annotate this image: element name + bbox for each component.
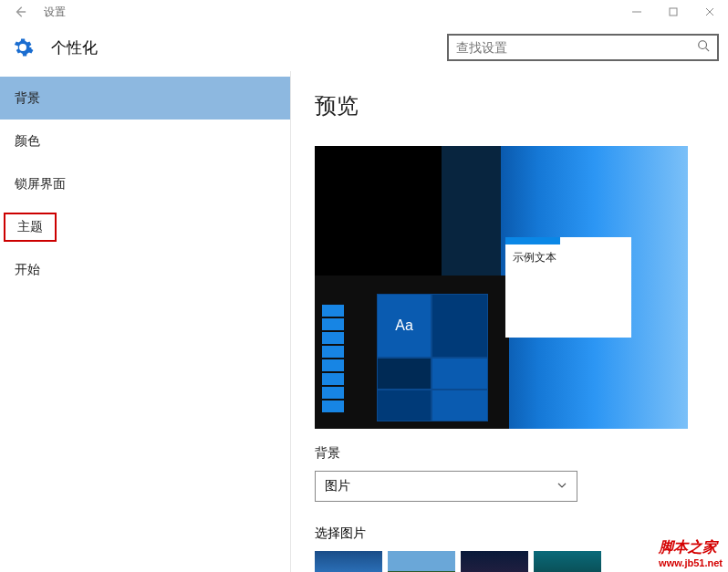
- watermark-text: 脚本之家: [659, 539, 717, 555]
- background-label: 背景: [315, 445, 728, 462]
- sidebar-label: 开始: [15, 262, 40, 278]
- close-button[interactable]: [692, 0, 728, 24]
- close-icon: [705, 7, 714, 16]
- sidebar-item-themes[interactable]: 主题: [4, 213, 57, 242]
- sidebar-item-start[interactable]: 开始: [0, 248, 290, 291]
- preview-tile: [432, 358, 488, 390]
- minimize-icon: [632, 7, 641, 16]
- combo-value: 图片: [325, 478, 350, 494]
- picture-thumbnail[interactable]: [388, 551, 455, 572]
- preview-title: 预览: [315, 91, 728, 120]
- search-input[interactable]: [456, 40, 697, 55]
- arrow-left-icon: [14, 5, 26, 18]
- content: 预览 Aa 示例文本 背景 图片 选择图片: [290, 71, 728, 572]
- preview-tile: [377, 390, 432, 421]
- search-box[interactable]: [447, 34, 719, 61]
- sidebar-item-colors[interactable]: 颜色: [0, 120, 290, 162]
- chevron-down-icon: [556, 479, 567, 494]
- picture-thumbnail[interactable]: [461, 551, 528, 572]
- preview-window-titlebar: [505, 237, 560, 244]
- gear-icon: [11, 36, 35, 59]
- window-controls: [619, 0, 728, 24]
- window-title: 设置: [44, 5, 66, 20]
- sidebar-label: 主题: [17, 219, 43, 235]
- sidebar-label: 锁屏界面: [15, 176, 66, 192]
- preview-tile: [377, 358, 432, 390]
- watermark-url: www.jb51.net: [659, 557, 723, 568]
- watermark: 脚本之家 www.jb51.net: [659, 538, 723, 568]
- preview-tile: [432, 294, 488, 358]
- picture-thumbnail[interactable]: [534, 551, 601, 572]
- search-icon: [697, 39, 710, 56]
- picture-thumbnail[interactable]: [315, 551, 382, 572]
- sidebar-item-background[interactable]: 背景: [0, 77, 290, 120]
- sidebar-label: 颜色: [15, 133, 40, 150]
- preview-tiles: Aa: [377, 294, 488, 421]
- titlebar: 设置: [0, 0, 728, 24]
- sidebar-label: 背景: [15, 90, 40, 107]
- maximize-icon: [669, 7, 678, 16]
- preview-tile: Aa: [377, 294, 432, 358]
- desktop-preview: Aa 示例文本: [315, 146, 688, 429]
- maximize-button[interactable]: [655, 0, 692, 24]
- preview-sample-text: 示例文本: [505, 244, 631, 271]
- preview-sample-window: 示例文本: [505, 237, 631, 338]
- svg-rect-0: [670, 8, 677, 16]
- background-type-combo[interactable]: 图片: [315, 471, 577, 502]
- preview-start-strip: [322, 305, 344, 421]
- sidebar-item-lockscreen[interactable]: 锁屏界面: [0, 162, 290, 205]
- header: 个性化: [0, 24, 728, 71]
- svg-point-1: [699, 41, 707, 49]
- preview-tile: [432, 390, 488, 421]
- page-heading: 个性化: [51, 37, 98, 58]
- minimize-button[interactable]: [619, 0, 655, 24]
- main: 背景 颜色 锁屏界面 主题 开始 预览 Aa 示例文本 背景 图片: [0, 71, 728, 572]
- sidebar: 背景 颜色 锁屏界面 主题 开始: [0, 71, 290, 572]
- back-button[interactable]: [7, 3, 33, 21]
